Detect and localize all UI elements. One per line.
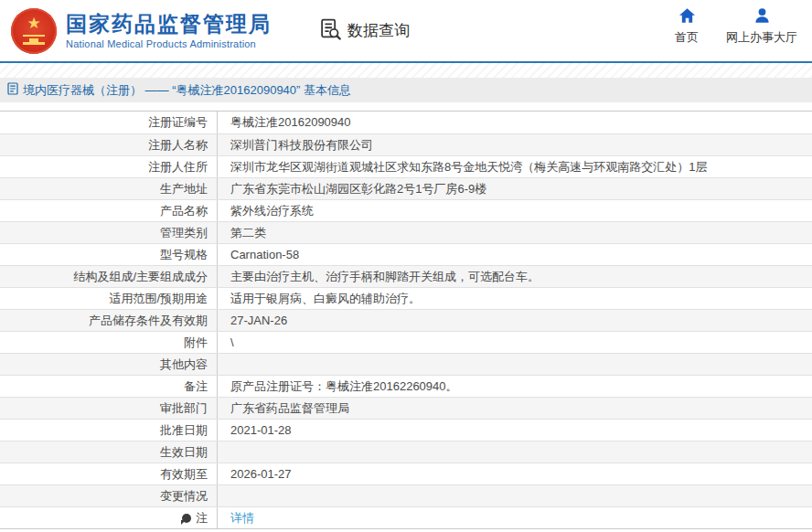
row-label-text: 附件 (184, 335, 208, 351)
data-query-nav[interactable]: 数据查询 (319, 17, 410, 44)
row-label: 其他内容 (0, 354, 218, 375)
row-value: 第二类 (218, 222, 812, 243)
table-row: 产品名称紫外线治疗系统 (0, 199, 812, 221)
row-label-text: 批准日期 (160, 422, 208, 439)
table-row: 型号规格Carnation-58 (0, 243, 812, 265)
data-query-label: 数据查询 (347, 20, 410, 41)
table-row: 注详情 (0, 506, 812, 528)
row-label-text: 结构及组成/主要组成成分 (73, 269, 208, 285)
document-search-icon (319, 17, 342, 44)
site-subtitle: National Medical Products Administration (66, 38, 272, 49)
row-label: 注册证编号 (0, 112, 218, 133)
row-value: 2026-01-27 (218, 463, 812, 484)
row-label: 产品储存条件及有效期 (0, 310, 218, 331)
row-value: 2021-01-28 (218, 420, 812, 441)
table-row: 生效日期 (0, 441, 812, 463)
breadcrumb-text: 境内医疗器械（注册） —— “粤械注准20162090940” 基本信息 (23, 82, 351, 99)
table-row: 其他内容 (0, 353, 812, 375)
row-label: 生产地址 (0, 178, 218, 199)
details-link[interactable]: 详情 (218, 507, 812, 528)
site-title: 国家药品监督管理局 (66, 12, 272, 36)
row-label-text: 注 (196, 510, 208, 527)
info-table: 注册证编号粤械注准20162090940注册人名称深圳普门科技股份有限公司注册人… (0, 111, 812, 529)
table-row: 适用范围/预期用途适用于银屑病、白癜风的辅助治疗。 (0, 287, 812, 309)
row-value: \ (218, 332, 812, 353)
note-icon (182, 514, 191, 523)
table-row: 结构及组成/主要组成成分主要由治疗主机、治疗手柄和脚踏开关组成，可选配台车。 (0, 265, 812, 287)
row-label-text: 产品名称 (160, 203, 208, 219)
national-emblem-logo: ★ (11, 8, 57, 54)
nav-service-hall[interactable]: 网上办事大厅 (726, 8, 797, 46)
nav-home[interactable]: 首页 (675, 8, 699, 46)
row-label-text: 适用范围/预期用途 (109, 291, 208, 307)
row-label: 审批部门 (0, 398, 218, 419)
home-icon (679, 8, 695, 27)
row-label-text: 备注 (184, 378, 208, 395)
table-row: 附件\ (0, 331, 812, 353)
row-value: 27-JAN-26 (218, 310, 812, 331)
row-label: 生效日期 (0, 442, 218, 463)
hatch-strip (0, 63, 812, 78)
row-value: 广东省药品监督管理局 (218, 398, 812, 419)
row-value: 深圳市龙华区观湖街道观城社区求知东路8号金地天悦湾（梅关高速与环观南路交汇处）1… (218, 156, 812, 177)
table-row: 注册证编号粤械注准20162090940 (0, 112, 812, 133)
row-label-text: 管理类别 (160, 225, 208, 241)
row-label-text: 生产地址 (160, 181, 208, 197)
table-row: 注册人住所深圳市龙华区观湖街道观城社区求知东路8号金地天悦湾（梅关高速与环观南路… (0, 155, 812, 177)
row-value (218, 442, 812, 463)
row-label: 管理类别 (0, 222, 218, 243)
header-nav: 首页 网上办事大厅 (675, 8, 797, 46)
breadcrumb: 境内医疗器械（注册） —— “粤械注准20162090940” 基本信息 (0, 78, 812, 102)
site-title-block: 国家药品监督管理局 National Medical Products Admi… (66, 12, 272, 49)
row-label-text: 型号规格 (160, 247, 208, 263)
row-value: Carnation-58 (218, 244, 812, 265)
table-row: 生产地址广东省东莞市松山湖园区彰化路2号1号厂房6-9楼 (0, 177, 812, 199)
row-value: 主要由治疗主机、治疗手柄和脚踏开关组成，可选配台车。 (218, 266, 812, 287)
row-label: 适用范围/预期用途 (0, 288, 218, 309)
row-label-text: 审批部门 (160, 400, 208, 417)
header: ★ 国家药品监督管理局 National Medical Products Ad… (0, 0, 812, 61)
row-label: 备注 (0, 376, 218, 397)
table-row: 备注原产品注册证号：粤械注准20162260940。 (0, 375, 812, 397)
row-label: 注册人住所 (0, 156, 218, 177)
row-label-text: 生效日期 (160, 444, 208, 461)
row-value: 原产品注册证号：粤械注准20162260940。 (218, 376, 812, 397)
row-label-text: 注册证编号 (148, 114, 208, 131)
row-value (218, 354, 812, 375)
row-value: 广东省东莞市松山湖园区彰化路2号1号厂房6-9楼 (218, 178, 812, 199)
row-label: 产品名称 (0, 200, 218, 221)
table-row: 批准日期2021-01-28 (0, 419, 812, 441)
row-value (218, 485, 812, 506)
table-row: 产品储存条件及有效期27-JAN-26 (0, 309, 812, 331)
star-icon: ★ (27, 16, 40, 31)
row-label: 批准日期 (0, 420, 218, 441)
row-value: 深圳普门科技股份有限公司 (218, 134, 812, 155)
row-label: 型号规格 (0, 244, 218, 265)
document-icon (7, 82, 18, 99)
row-label: 注册人名称 (0, 134, 218, 155)
row-label-text: 注册人名称 (148, 137, 208, 154)
table-row: 管理类别第二类 (0, 221, 812, 243)
table-row: 注册人名称深圳普门科技股份有限公司 (0, 133, 812, 155)
table-row: 审批部门广东省药品监督管理局 (0, 397, 812, 419)
row-label: 有效期至 (0, 463, 218, 484)
row-label-text: 有效期至 (160, 466, 208, 483)
row-label-text: 产品储存条件及有效期 (89, 313, 208, 329)
row-label-text: 变更情况 (160, 488, 208, 505)
table-row: 变更情况 (0, 484, 812, 506)
table-row: 有效期至2026-01-27 (0, 463, 812, 484)
row-value: 适用于银屑病、白癜风的辅助治疗。 (218, 288, 812, 309)
gate-icon (23, 35, 45, 45)
person-icon (754, 8, 770, 27)
row-value: 粤械注准20162090940 (218, 112, 812, 133)
row-label: 附件 (0, 332, 218, 353)
nav-home-label: 首页 (675, 29, 699, 46)
row-label: 结构及组成/主要组成成分 (0, 266, 218, 287)
row-label: 变更情况 (0, 485, 218, 506)
row-value: 紫外线治疗系统 (218, 200, 812, 221)
row-label: 注 (0, 507, 218, 528)
row-label-text: 注册人住所 (148, 159, 208, 176)
row-label-text: 其他内容 (160, 356, 208, 373)
nav-service-hall-label: 网上办事大厅 (726, 29, 797, 46)
